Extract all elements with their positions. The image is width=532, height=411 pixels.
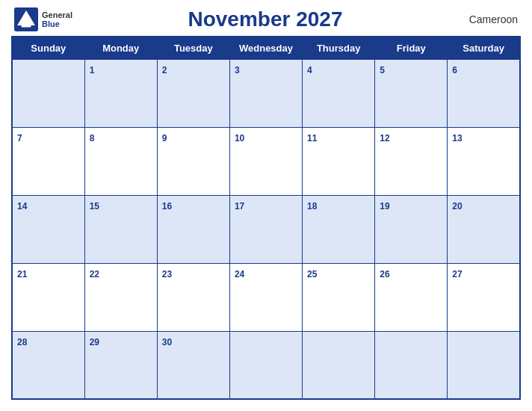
day-number: 3 xyxy=(235,65,240,75)
calendar-cell: 22 xyxy=(84,263,157,331)
weekday-header-tuesday: Tuesday xyxy=(157,37,229,60)
calendar-cell: 9 xyxy=(157,127,229,195)
week-row-2: 14151617181920 xyxy=(12,195,520,263)
weekday-header-sunday: Sunday xyxy=(12,37,84,60)
logo-icon xyxy=(14,7,38,31)
calendar-cell: 8 xyxy=(84,127,157,195)
calendar-cell: 24 xyxy=(229,263,302,331)
calendar-cell: 4 xyxy=(303,60,375,128)
day-number: 8 xyxy=(90,133,95,143)
calendar-cell: 18 xyxy=(303,195,375,263)
day-number: 28 xyxy=(17,337,27,347)
calendar-cell: 27 xyxy=(448,263,520,331)
week-row-0: 123456 xyxy=(12,60,520,128)
calendar-cell: 20 xyxy=(448,195,520,263)
calendar-cell: 1 xyxy=(84,60,157,128)
day-number: 6 xyxy=(452,65,457,75)
weekday-header-row: SundayMondayTuesdayWednesdayThursdayFrid… xyxy=(12,37,520,60)
country-label: Cameroon xyxy=(458,13,518,25)
week-row-1: 78910111213 xyxy=(12,127,520,195)
weekday-header-saturday: Saturday xyxy=(448,37,520,60)
logo: General Blue xyxy=(14,7,72,31)
day-number: 4 xyxy=(307,65,312,75)
day-number: 18 xyxy=(307,201,317,211)
day-number: 24 xyxy=(235,269,244,279)
day-number: 2 xyxy=(162,65,167,75)
day-number: 5 xyxy=(380,65,385,75)
calendar-cell xyxy=(448,331,520,399)
calendar-cell: 30 xyxy=(157,331,229,399)
day-number: 25 xyxy=(307,269,317,279)
weekday-header-thursday: Thursday xyxy=(303,37,375,60)
logo-general-text: General xyxy=(42,10,72,19)
calendar-cell: 26 xyxy=(375,263,448,331)
week-row-3: 21222324252627 xyxy=(12,263,520,331)
day-number: 13 xyxy=(452,133,462,143)
calendar-cell: 23 xyxy=(157,263,229,331)
day-number: 14 xyxy=(17,201,27,211)
calendar-cell: 11 xyxy=(303,127,375,195)
calendar-header: General Blue November 2027 Cameroon xyxy=(11,7,521,31)
calendar-cell: 10 xyxy=(229,127,302,195)
calendar-cell: 19 xyxy=(375,195,448,263)
calendar-cell: 12 xyxy=(375,127,448,195)
calendar-cell xyxy=(229,331,302,399)
calendar-cell xyxy=(375,331,448,399)
calendar-cell xyxy=(12,60,84,128)
calendar-cell: 6 xyxy=(448,60,520,128)
calendar-cell: 13 xyxy=(448,127,520,195)
day-number: 19 xyxy=(380,201,389,211)
calendar-cell: 16 xyxy=(157,195,229,263)
calendar-cell: 17 xyxy=(229,195,302,263)
calendar-cell: 14 xyxy=(12,195,84,263)
day-number: 16 xyxy=(162,201,172,211)
day-number: 12 xyxy=(380,133,389,143)
calendar-cell: 29 xyxy=(84,331,157,399)
day-number: 22 xyxy=(90,269,99,279)
calendar-title: November 2027 xyxy=(72,7,458,31)
weekday-header-wednesday: Wednesday xyxy=(229,37,302,60)
calendar-cell: 5 xyxy=(375,60,448,128)
weekday-header-friday: Friday xyxy=(375,37,448,60)
day-number: 21 xyxy=(17,269,27,279)
week-row-4: 282930 xyxy=(12,331,520,399)
logo-text: General Blue xyxy=(42,10,72,28)
calendar-cell: 21 xyxy=(12,263,84,331)
day-number: 11 xyxy=(307,133,317,143)
day-number: 1 xyxy=(90,65,95,75)
calendar-cell xyxy=(303,331,375,399)
calendar-table: SundayMondayTuesdayWednesdayThursdayFrid… xyxy=(11,36,521,400)
day-number: 15 xyxy=(90,201,99,211)
calendar-cell: 7 xyxy=(12,127,84,195)
calendar-cell: 25 xyxy=(303,263,375,331)
day-number: 29 xyxy=(90,337,99,347)
day-number: 9 xyxy=(162,133,167,143)
day-number: 30 xyxy=(162,337,172,347)
calendar-cell: 28 xyxy=(12,331,84,399)
weekday-header-monday: Monday xyxy=(84,37,157,60)
svg-rect-2 xyxy=(22,24,31,27)
calendar-cell: 3 xyxy=(229,60,302,128)
day-number: 27 xyxy=(452,269,462,279)
day-number: 26 xyxy=(380,269,389,279)
day-number: 10 xyxy=(235,133,244,143)
day-number: 7 xyxy=(17,133,22,143)
day-number: 23 xyxy=(162,269,172,279)
day-number: 20 xyxy=(452,201,462,211)
logo-blue-text: Blue xyxy=(42,19,72,28)
day-number: 17 xyxy=(235,201,244,211)
calendar-cell: 15 xyxy=(84,195,157,263)
calendar-cell: 2 xyxy=(157,60,229,128)
